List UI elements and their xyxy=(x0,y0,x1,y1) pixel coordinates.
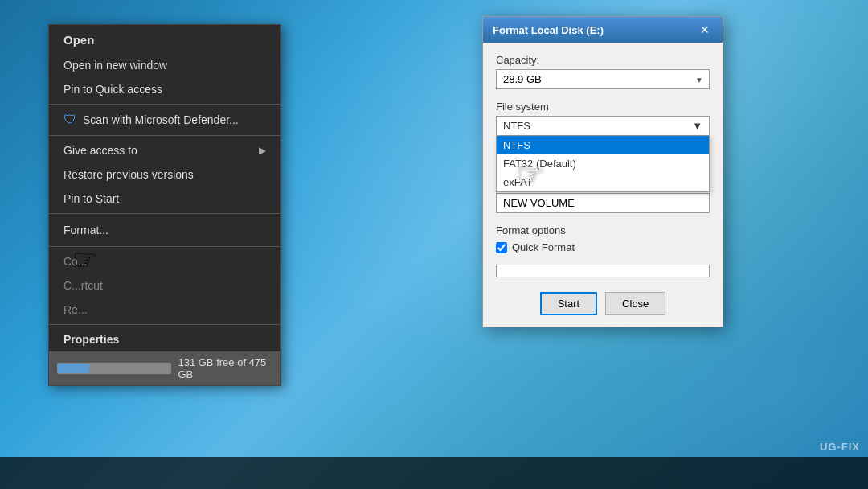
filesystem-display[interactable]: NTFS ▼ xyxy=(496,116,710,136)
separator-5 xyxy=(49,324,280,325)
dialog-title-bar: Format Local Disk (E:) ✕ xyxy=(483,17,723,43)
disk-usage-bar xyxy=(57,363,171,374)
context-menu-pin-quick-access[interactable]: Pin to Quick access xyxy=(49,77,280,101)
start-button[interactable]: Start xyxy=(540,292,597,315)
filesystem-option-fat32[interactable]: FAT32 (Default) xyxy=(497,154,709,173)
quick-format-row: Quick Format xyxy=(496,241,710,253)
dialog-body: Capacity: 28.9 GB ▼ File system NTFS ▼ N… xyxy=(483,43,723,327)
filesystem-dropdown-arrow: ▼ xyxy=(692,120,702,132)
format-dialog: Format Local Disk (E:) ✕ Capacity: 28.9 … xyxy=(482,16,723,327)
context-menu-open[interactable]: Open xyxy=(49,25,280,53)
dialog-close-button[interactable]: ✕ xyxy=(697,22,713,38)
filesystem-option-exfat[interactable]: exFAT xyxy=(497,173,709,191)
filesystem-label: File system xyxy=(496,101,710,113)
separator-1 xyxy=(49,104,280,105)
separator-3 xyxy=(49,213,280,214)
format-options-label: Format options xyxy=(496,224,710,236)
context-menu-open-new-window[interactable]: Open in new window xyxy=(49,53,280,77)
context-menu-statusbar: 131 GB free of 475 GB xyxy=(49,351,280,385)
capacity-select[interactable]: 28.9 GB xyxy=(496,69,710,89)
defender-shield-icon: 🛡 xyxy=(63,113,76,127)
context-menu-properties[interactable]: Properties xyxy=(49,327,280,351)
context-menu: Open Open in new window Pin to Quick acc… xyxy=(48,24,281,386)
separator-2 xyxy=(49,135,280,136)
context-menu-pin-start[interactable]: Pin to Start xyxy=(49,187,280,211)
taskbar xyxy=(0,457,868,489)
context-menu-create-shortcut[interactable]: C...rtcut xyxy=(49,273,280,298)
context-menu-rename[interactable]: Re... xyxy=(49,298,280,322)
separator-4 xyxy=(49,246,280,247)
filesystem-dropdown[interactable]: NTFS ▼ NTFS FAT32 (Default) exFAT xyxy=(496,116,710,136)
filesystem-dropdown-list: NTFS FAT32 (Default) exFAT xyxy=(496,136,710,192)
filesystem-option-ntfs[interactable]: NTFS xyxy=(497,136,709,154)
context-menu-give-access[interactable]: Give access to ▶ xyxy=(49,138,280,162)
context-menu-scan-defender[interactable]: 🛡 Scan with Microsoft Defender... xyxy=(49,107,280,133)
capacity-label: Capacity: xyxy=(496,54,710,66)
dialog-title-text: Format Local Disk (E:) xyxy=(493,24,604,36)
quick-format-checkbox[interactable] xyxy=(496,242,507,253)
watermark: UG-FIX xyxy=(820,441,860,453)
dialog-buttons: Start Close xyxy=(496,289,710,315)
arrow-right-icon: ▶ xyxy=(259,145,266,156)
quick-format-label: Quick Format xyxy=(512,241,575,253)
context-menu-restore-versions[interactable]: Restore previous versions xyxy=(49,162,280,187)
format-progress-bar xyxy=(496,265,710,277)
context-menu-format[interactable]: Format... xyxy=(49,216,280,244)
volume-label-input[interactable] xyxy=(496,193,710,213)
close-button[interactable]: Close xyxy=(605,292,665,315)
context-menu-copy[interactable]: Co... xyxy=(49,249,280,273)
capacity-select-wrapper: 28.9 GB ▼ xyxy=(496,69,710,89)
